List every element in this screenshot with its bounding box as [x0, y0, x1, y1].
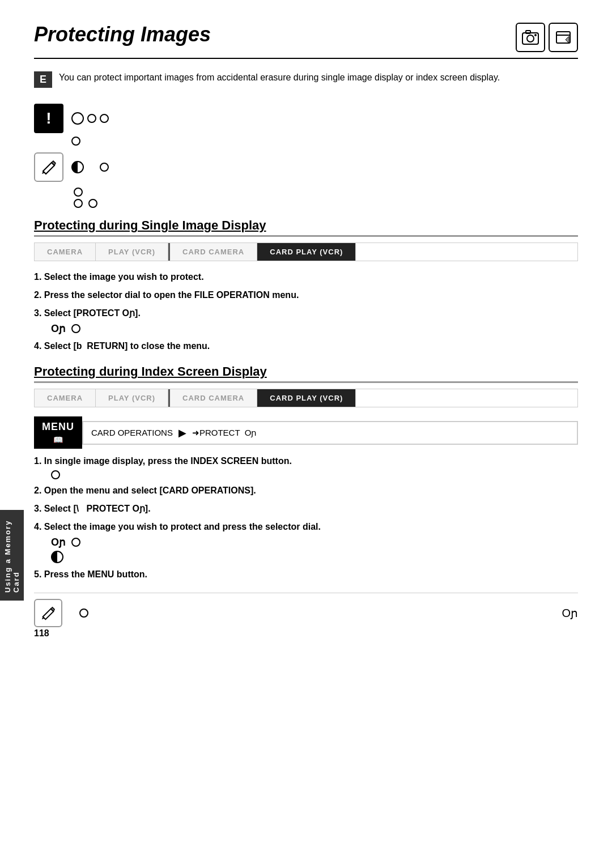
menu-display: MENU 📖 CARD OPERATIONS ▶ ➜PROTECT Oɲ: [34, 416, 578, 449]
tab-camera-2[interactable]: CAMERA: [35, 389, 96, 407]
key-symbol-2: Oɲ: [51, 536, 66, 548]
symbol-block: [74, 188, 578, 208]
step2-circle-detail: [51, 470, 578, 479]
sidebar-label: Using a Memory Card: [0, 510, 24, 601]
protect-detail-2: Oɲ: [51, 536, 578, 548]
tab-play-vcr-1[interactable]: PLAY (VCR): [96, 243, 168, 261]
menu-text: MENU: [42, 421, 74, 433]
pencil-icon: [34, 152, 63, 182]
card-icon: [554, 28, 572, 46]
warning-circles: [71, 112, 109, 125]
protect-menu-item: ➜PROTECT Oɲ: [192, 428, 257, 438]
section2-title: Protecting during Index Screen Display: [34, 364, 578, 383]
step-2-3: 3. Select [\ PROTECT Oɲ].: [34, 502, 578, 516]
warning-icon: !: [34, 104, 63, 133]
page-number: 118: [34, 628, 49, 639]
pencil-icon-row: [34, 152, 578, 182]
step-2-2: 2. Open the menu and select [CARD OPERAT…: [34, 484, 578, 497]
half-circle: [71, 161, 84, 173]
step-1-4: 4. Select [b RETURN] to close the menu.: [34, 339, 578, 353]
page-container: Protecting Images E Yo: [0, 0, 612, 650]
step-2-4: 4. Select the image you wish to protect …: [34, 520, 578, 534]
sym-circle1: [74, 188, 83, 197]
circle-sm2: [100, 163, 109, 172]
tab-card-camera-2[interactable]: CARD CAMERA: [170, 389, 257, 407]
menu-book-icon: 📖: [53, 435, 63, 444]
step-1-2: 2. Press the selector dial to open the F…: [34, 288, 578, 302]
page-footer: Oɲ: [34, 593, 578, 627]
index-screen-section: Protecting during Index Screen Display C…: [34, 364, 578, 581]
protect-circle-2: [71, 538, 80, 547]
section1-title: Protecting during Single Image Display: [34, 218, 578, 237]
svg-rect-2: [526, 31, 530, 33]
sym-circle2: [74, 199, 83, 208]
steps-section-1: 1. Select the image you wish to protect.…: [34, 270, 578, 353]
sub-circle: [71, 137, 80, 146]
warning-icon-row: !: [34, 104, 578, 133]
e-badge: E: [34, 71, 52, 88]
protect-note: Oɲ: [562, 606, 578, 620]
svg-point-3: [534, 34, 537, 36]
single-image-tabs: CAMERA PLAY (VCR) CARD CAMERA CARD PLAY …: [34, 242, 578, 261]
step-2-5: 5. Press the MENU button.: [34, 568, 578, 581]
key-symbol: Oɲ: [51, 322, 66, 335]
step-2-1: 1. In single image display, press the IN…: [34, 454, 578, 468]
index-screen-tabs: CAMERA PLAY (VCR) CARD CAMERA CARD PLAY …: [34, 389, 578, 407]
tab-card-camera-1[interactable]: CARD CAMERA: [170, 243, 257, 261]
protect-detail-3: [51, 551, 578, 563]
card-ops-label: CARD OPERATIONS: [91, 428, 173, 437]
header-icons: [516, 23, 578, 52]
menu-content-box: CARD OPERATIONS ▶ ➜PROTECT Oɲ: [82, 421, 578, 445]
step2-circle: [51, 470, 60, 479]
page-title: Protecting Images: [34, 23, 211, 46]
svg-point-1: [527, 35, 534, 42]
intro-section: E You can protect important images from …: [34, 70, 578, 93]
page-header: Protecting Images: [34, 23, 578, 59]
key-lock-symbol: Oɲ: [562, 606, 578, 620]
half-circle-2: [51, 551, 63, 563]
camera-icon-box: [516, 23, 545, 52]
single-image-section: Protecting during Single Image Display C…: [34, 218, 578, 353]
protect-detail: Oɲ: [51, 322, 578, 335]
intro-text: You can protect important images from ac…: [59, 70, 500, 85]
pencil-svg: [40, 159, 57, 176]
protect-circle: [71, 324, 80, 333]
tab-card-play-vcr-1[interactable]: CARD PLAY (VCR): [257, 243, 356, 261]
tab-camera-1[interactable]: CAMERA: [35, 243, 96, 261]
camera-icon: [521, 28, 539, 46]
steps-section-2: 1. In single image display, press the IN…: [34, 454, 578, 581]
symbol-row2: [74, 199, 578, 208]
circle2: [87, 114, 96, 123]
menu-arrow: ▶: [178, 427, 186, 439]
icons-info-section: !: [34, 104, 578, 208]
symbol-row1: [74, 188, 578, 197]
footer-circle: [79, 609, 88, 618]
footer-pencil-svg: [40, 605, 56, 621]
tab-play-vcr-2[interactable]: PLAY (VCR): [96, 389, 168, 407]
circle3: [100, 114, 109, 123]
step-1-1: 1. Select the image you wish to protect.: [34, 270, 578, 284]
menu-label-box: MENU 📖: [34, 416, 82, 449]
sym-circle3: [88, 199, 97, 208]
step-1-3: 3. Select [PROTECT Oɲ].: [34, 307, 578, 320]
pencil-circles: [71, 161, 109, 173]
card-icon-box: [549, 23, 578, 52]
circle1: [71, 112, 84, 125]
footer-pencil-icon: [34, 599, 62, 627]
tab-card-play-vcr-2[interactable]: CARD PLAY (VCR): [257, 389, 356, 407]
